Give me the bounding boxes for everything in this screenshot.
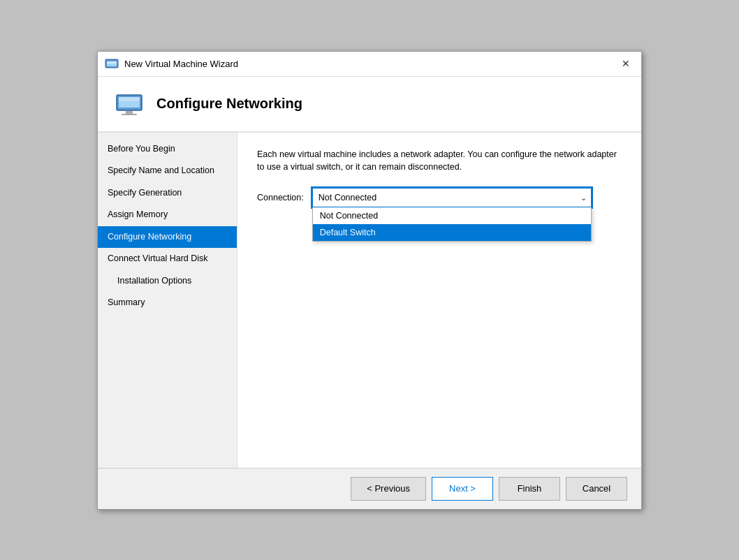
sidebar-item-configure-networking[interactable]: Configure Networking: [98, 226, 237, 249]
title-bar: New Virtual Machine Wizard ✕: [98, 52, 641, 77]
sidebar: Before You BeginSpecify Name and Locatio…: [98, 133, 237, 468]
sidebar-item-connect-vhd[interactable]: Connect Virtual Hard Disk: [98, 248, 237, 270]
window-icon: [105, 58, 119, 69]
svg-rect-5: [119, 97, 140, 101]
close-button[interactable]: ✕: [617, 55, 634, 72]
sidebar-item-specify-generation[interactable]: Specify Generation: [98, 182, 237, 205]
header-network-icon: [115, 92, 144, 116]
cancel-button[interactable]: Cancel: [566, 477, 627, 501]
sidebar-item-specify-name[interactable]: Specify Name and Location: [98, 160, 237, 182]
wizard-header: Configure Networking: [98, 77, 641, 133]
dropdown-list: Not ConnectedDefault Switch: [312, 207, 592, 242]
sidebar-item-summary[interactable]: Summary: [98, 292, 237, 314]
dropdown-option-not-connected[interactable]: Not Connected: [313, 207, 591, 224]
svg-rect-2: [107, 61, 117, 64]
page-title: Configure Networking: [156, 96, 302, 112]
dropdown-option-default-switch[interactable]: Default Switch: [313, 224, 591, 241]
connection-label: Connection:: [257, 193, 304, 202]
title-bar-left: New Virtual Machine Wizard: [105, 58, 238, 69]
description-text: Each new virtual machine includes a netw…: [257, 148, 622, 175]
selected-option-text: Not Connected: [319, 193, 376, 202]
svg-rect-6: [126, 111, 133, 114]
connection-row: Connection: Not Connected ⌄ Not Connecte…: [257, 188, 622, 207]
sidebar-item-assign-memory[interactable]: Assign Memory: [98, 204, 237, 226]
footer: < Previous Next > Finish Cancel: [98, 468, 641, 509]
content-area: Before You BeginSpecify Name and Locatio…: [98, 133, 641, 468]
sidebar-item-before-you-begin[interactable]: Before You Begin: [98, 138, 237, 161]
connection-dropdown-wrapper: Not Connected ⌄ Not ConnectedDefault Swi…: [312, 188, 592, 207]
dropdown-arrow-icon: ⌄: [580, 193, 587, 202]
wizard-window: New Virtual Machine Wizard ✕ Configure N…: [97, 51, 642, 510]
sidebar-item-installation-options[interactable]: Installation Options: [98, 270, 237, 293]
svg-rect-7: [122, 114, 137, 115]
connection-dropdown[interactable]: Not Connected ⌄: [312, 188, 592, 207]
window-title: New Virtual Machine Wizard: [124, 59, 238, 69]
previous-button[interactable]: < Previous: [351, 477, 426, 501]
main-content: Each new virtual machine includes a netw…: [237, 133, 641, 468]
next-button[interactable]: Next >: [432, 477, 493, 501]
finish-button[interactable]: Finish: [499, 477, 560, 501]
